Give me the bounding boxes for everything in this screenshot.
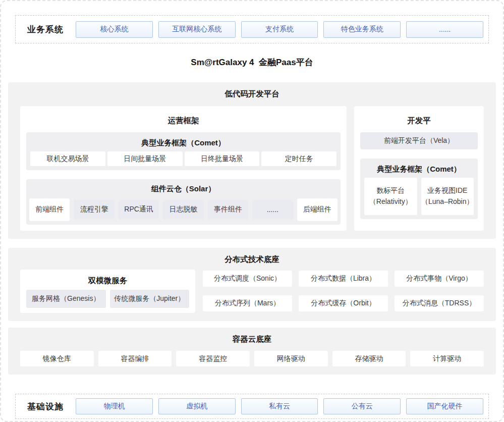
- infra-virtual-machine: 虚拟机: [158, 398, 236, 414]
- scenario-daytime-batch: 日间批量场景: [107, 151, 183, 166]
- network-driver: 网络驱动: [254, 351, 328, 366]
- operation-framework-card: 运营框架 典型业务框架（Comet） 联机交易场景 日间批量场景 日终批量场景 …: [20, 106, 347, 231]
- jupiter-microservice: 传统微服务（Jupiter）: [110, 290, 190, 308]
- dual-mode-items-row: 服务网格（Genesis） 传统微服务（Jupiter）: [26, 290, 189, 308]
- business-system-internet-core: 互联网核心系统: [158, 21, 236, 38]
- platform-architecture-diagram: 业务系统 核心系统 互联网核心系统 支付系统 特色业务系统 ...... Sm@…: [0, 0, 504, 422]
- distributed-services-grid: 分布式调度（Sonic） 分布式数据（Libra） 分布式事物（Virgo） 分…: [203, 270, 484, 313]
- dev-platform-title: 开发平: [360, 115, 478, 126]
- container-orchestration: 容器编排: [98, 351, 172, 366]
- comet-framework-subcard: 典型业务框架（Comet） 联机交易场景 日间批量场景 日终批量场景 定时任务: [26, 132, 341, 170]
- component-event: 事件组件: [208, 200, 248, 219]
- virgo-transaction: 分布式事物（Virgo）: [395, 271, 484, 287]
- dev-comet-items-row: 数标平台 （Relativity） 业务视图IDE （Luna–Robin）: [364, 178, 474, 215]
- scenario-scheduled-task: 定时任务: [261, 151, 337, 166]
- orbit-cache: 分布式缓存（Orbit）: [299, 295, 388, 311]
- component-process-engine: 流程引擎: [74, 200, 114, 219]
- relativity-sub: （Relativity）: [369, 196, 412, 207]
- solar-components-row: 前端组件 流程引擎 RPC通讯 日志脱敏 事件组件 ...... 后端组件: [29, 197, 338, 222]
- component-backend: 后端组件: [297, 198, 338, 221]
- relativity-platform: 数标平台 （Relativity）: [364, 178, 417, 215]
- luna-robin-ide: 业务视图IDE （Luna–Robin）: [421, 178, 474, 215]
- component-rpc: RPC通讯: [119, 200, 159, 219]
- infra-domestic-hardware: 国产化硬件: [406, 398, 483, 414]
- infrastructure-label: 基础设施: [21, 401, 70, 412]
- low-code-section-title: 低代码开发平台: [20, 88, 484, 99]
- operation-framework-title: 运营框架: [26, 115, 341, 126]
- business-systems-row: 业务系统 核心系统 互联网核心系统 支付系统 特色业务系统 ......: [15, 15, 489, 43]
- comet-scenarios-row: 联机交易场景 日间批量场景 日终批量场景 定时任务: [30, 151, 337, 166]
- sonic-scheduling: 分布式调度（Sonic）: [203, 271, 292, 287]
- container-cloud-section: 容器云底座 镜像仓库 容器编排 容器监控 网络驱动 存储驱动 计算驱动: [8, 328, 496, 375]
- business-system-special: 特色业务系统: [323, 21, 401, 38]
- storage-driver: 存储驱动: [332, 351, 406, 366]
- luna-robin-sub: （Luna–Robin）: [421, 196, 474, 207]
- container-monitoring: 容器监控: [176, 351, 250, 366]
- infra-public-cloud: 公有云: [323, 398, 401, 414]
- low-code-platform-section: 低代码开发平台 运营框架 典型业务框架（Comet） 联机交易场景 日间批量场景…: [8, 82, 496, 239]
- infrastructure-row: 基础设施 物理机 虚拟机 私有云 公有云 国产化硬件: [15, 394, 489, 419]
- solar-component-subcard: 组件云仓（Solar） 前端组件 流程引擎 RPC通讯 日志脱敏 事件组件 ..…: [26, 179, 341, 225]
- component-log-masking: 日志脱敏: [163, 200, 203, 219]
- component-frontend: 前端组件: [29, 198, 70, 221]
- scenario-online-transaction: 联机交易场景: [30, 151, 105, 166]
- comet-framework-title: 典型业务框架（Comet）: [30, 137, 337, 148]
- relativity-name: 数标平台: [376, 185, 405, 196]
- distributed-section-title: 分布式技术底座: [20, 254, 484, 265]
- compute-driver: 计算驱动: [410, 351, 484, 366]
- dev-comet-title: 典型业务框架（Comet）: [364, 164, 474, 174]
- business-system-more: ......: [406, 21, 483, 38]
- business-system-payment: 支付系统: [241, 21, 318, 38]
- component-more: ......: [252, 200, 293, 219]
- mars-sequence: 分布式序列（Mars）: [203, 295, 292, 311]
- distributed-content-row: 双模微服务 服务网格（Genesis） 传统微服务（Jupiter） 分布式调度…: [20, 270, 484, 313]
- container-cloud-items-row: 镜像仓库 容器编排 容器监控 网络驱动 存储驱动 计算驱动: [20, 351, 484, 366]
- business-systems-label: 业务系统: [21, 24, 70, 35]
- genesis-service-mesh: 服务网格（Genesis）: [26, 290, 106, 308]
- vela-frontend-dev-platform: 前端开发平台（Vela）: [360, 132, 478, 149]
- solar-title: 组件云仓（Solar）: [29, 183, 338, 194]
- libra-data: 分布式数据（Libra）: [299, 271, 388, 287]
- scenario-eod-batch: 日终批量场景: [185, 151, 260, 166]
- dual-mode-microservice-card: 双模微服务 服务网格（Genesis） 传统微服务（Jupiter）: [20, 270, 195, 313]
- infra-physical-machine: 物理机: [76, 398, 153, 414]
- image-registry: 镜像仓库: [20, 351, 94, 366]
- page-title: Sm@rtGalaxy 4 金融Paas平台: [1, 57, 503, 68]
- dual-mode-title: 双模微服务: [26, 276, 189, 285]
- distributed-base-section: 分布式技术底座 双模微服务 服务网格（Genesis） 传统微服务（Jupite…: [8, 248, 496, 321]
- low-code-cards-row: 运营框架 典型业务框架（Comet） 联机交易场景 日间批量场景 日终批量场景 …: [20, 106, 484, 231]
- luna-robin-name: 业务视图IDE: [427, 185, 467, 196]
- tdrss-message: 分布式消息（TDRSS）: [395, 295, 484, 311]
- dev-platform-card: 开发平 前端开发平台（Vela） 典型业务框架（Comet） 数标平台 （Rel…: [354, 106, 484, 231]
- infra-private-cloud: 私有云: [241, 398, 318, 414]
- dev-comet-subcard: 典型业务框架（Comet） 数标平台 （Relativity） 业务视图IDE …: [360, 159, 478, 219]
- container-cloud-title: 容器云底座: [20, 334, 484, 344]
- business-system-core: 核心系统: [76, 21, 153, 38]
